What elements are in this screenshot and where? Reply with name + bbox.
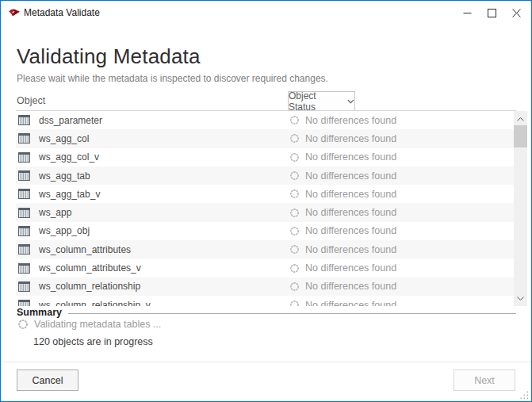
object-status: No differences found (289, 207, 396, 218)
list-item[interactable]: ws_app_obj No differences found (16, 222, 514, 240)
spinner-icon (289, 208, 300, 218)
object-status: No differences found (289, 151, 396, 163)
footer-separator (1, 362, 531, 362)
list-item[interactable]: ws_agg_col No differences found (16, 129, 514, 147)
object-name: ws_agg_tab_v (39, 189, 100, 200)
spinner-icon (289, 152, 300, 163)
object-status-filter[interactable]: Object Status (288, 91, 355, 111)
maximize-icon (488, 9, 496, 17)
object-status-text: No differences found (305, 262, 396, 274)
object-status-text: No differences found (305, 151, 396, 163)
spinner-icon (289, 244, 300, 255)
object-name: ws_column_relationship_v (39, 300, 151, 306)
summary-section-header: Summary (17, 307, 516, 318)
window-controls (455, 1, 529, 25)
summary-heading: Summary (17, 307, 62, 318)
scrollbar-up-button[interactable] (514, 113, 527, 124)
summary-activity-text: Validating metadata tables ... (34, 319, 161, 330)
resize-grip[interactable] (519, 390, 529, 400)
object-column-header: Object (17, 95, 45, 106)
table-icon (18, 170, 30, 181)
spinner-icon (289, 170, 300, 181)
object-status: No differences found (289, 244, 396, 255)
list-item[interactable]: ws_agg_col_v No differences found (16, 148, 514, 167)
table-icon (18, 115, 30, 125)
minimize-button[interactable] (455, 1, 480, 25)
next-button[interactable]: Next (454, 369, 515, 391)
chevron-up-icon (517, 117, 524, 121)
maximize-button[interactable] (480, 1, 504, 25)
summary-activity: Validating metadata tables ... (17, 319, 161, 330)
resize-grip-icon (519, 390, 529, 400)
object-name: ws_column_relationship (39, 281, 140, 292)
scrollbar-down-button[interactable] (514, 293, 527, 304)
table-icon (18, 133, 30, 144)
object-list: dss_parameter No differences found ws_ag… (16, 111, 514, 306)
spinner-icon (17, 319, 29, 330)
spinner-icon (289, 226, 300, 236)
object-status: No differences found (289, 225, 396, 236)
list-scrollbar[interactable] (514, 111, 527, 306)
object-status: No differences found (289, 300, 396, 306)
object-status-text: No differences found (305, 244, 396, 255)
object-status-filter-label: Object Status (289, 90, 343, 113)
object-status: No differences found (289, 170, 396, 182)
object-name: ws_app_obj (39, 225, 90, 236)
chevron-down-icon (347, 99, 354, 104)
table-icon (18, 300, 30, 306)
window-title: Metadata Validate (24, 7, 100, 18)
list-item[interactable]: ws_column_relationship No differences fo… (16, 278, 514, 296)
app-logo-icon (8, 6, 21, 18)
object-status-text: No differences found (305, 207, 396, 218)
object-status: No differences found (289, 115, 396, 126)
page-title: Validating Metadata (17, 44, 201, 69)
table-icon (18, 281, 30, 292)
table-icon (18, 152, 30, 163)
object-status: No differences found (289, 262, 396, 274)
spinner-icon (289, 189, 300, 199)
titlebar: Metadata Validate (1, 1, 531, 25)
list-item[interactable]: ws_agg_tab No differences found (16, 167, 514, 185)
summary-rule (68, 313, 516, 314)
spinner-icon (289, 300, 300, 306)
minimize-icon (463, 9, 472, 17)
object-status: No differences found (289, 133, 396, 144)
table-icon (18, 208, 30, 218)
object-status-text: No differences found (305, 189, 396, 200)
list-item[interactable]: ws_column_attributes No differences foun… (16, 240, 514, 258)
scrollbar-thumb[interactable] (514, 125, 527, 147)
list-item[interactable]: ws_column_relationship_v No differences … (16, 296, 514, 306)
metadata-validate-window: Metadata Validate Validating Metadata P (0, 0, 532, 402)
list-item[interactable]: ws_app No differences found (16, 203, 514, 221)
list-item[interactable]: ws_agg_tab_v No differences found (16, 185, 514, 203)
close-icon (512, 9, 521, 17)
object-name: ws_agg_col_v (39, 151, 99, 163)
table-icon (18, 226, 30, 236)
spinner-icon (289, 115, 300, 125)
table-icon (18, 244, 30, 255)
object-status: No differences found (289, 189, 396, 200)
object-name: ws_agg_col (39, 133, 89, 144)
summary-progress-text: 120 objects are in progress (33, 336, 153, 347)
object-status-text: No differences found (305, 115, 396, 126)
page-subtitle: Please wait while the metadata is inspec… (17, 73, 328, 84)
table-icon (18, 189, 30, 199)
object-name: ws_column_attributes (39, 244, 131, 255)
spinner-icon (289, 281, 300, 292)
object-status-text: No differences found (305, 300, 396, 306)
spinner-icon (289, 133, 300, 144)
list-item[interactable]: ws_column_attributes_v No differences fo… (16, 258, 514, 277)
object-name: ws_column_attributes_v (39, 262, 141, 274)
chevron-down-icon (517, 297, 524, 301)
spinner-icon (289, 263, 300, 274)
object-name: dss_parameter (39, 115, 102, 126)
list-item[interactable]: dss_parameter No differences found (16, 111, 514, 129)
object-name: ws_app (39, 207, 71, 218)
object-name: ws_agg_tab (39, 170, 90, 182)
object-status-text: No differences found (305, 133, 396, 144)
close-button[interactable] (504, 1, 529, 25)
object-status-text: No differences found (305, 281, 396, 292)
object-status-text: No differences found (305, 225, 396, 236)
cancel-button[interactable]: Cancel (17, 369, 78, 391)
table-icon (18, 263, 30, 274)
